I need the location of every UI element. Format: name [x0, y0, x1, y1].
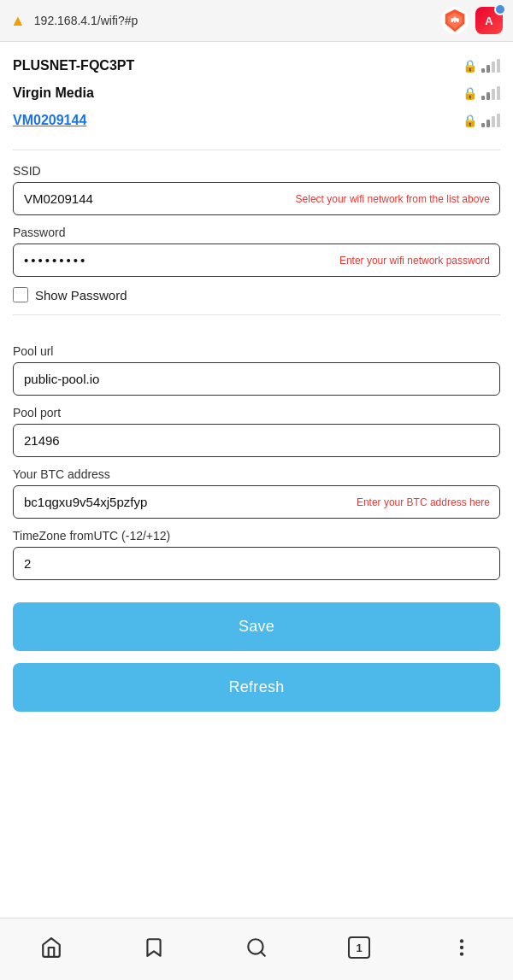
svg-point-8	[460, 952, 463, 955]
nav-home[interactable]	[32, 929, 70, 966]
ssid-label: SSID	[13, 164, 500, 178]
timezone-input[interactable]	[13, 547, 500, 580]
svg-rect-2	[451, 18, 453, 22]
network-name-3[interactable]: VM0209144	[13, 113, 86, 128]
lock-icon-3: 🔒	[463, 114, 477, 127]
network-name-1: PLUSNET-FQC3PT	[13, 58, 134, 73]
signal-bars-2	[481, 86, 500, 100]
nav-tabs[interactable]: 1	[340, 929, 378, 966]
network-icons-3: 🔒	[463, 114, 500, 127]
lock-icon-2: 🔒	[463, 86, 477, 100]
btc-address-group: Your BTC address Enter your BTC address …	[13, 467, 500, 519]
timezone-label: TimeZone fromUTC (-12/+12)	[13, 529, 500, 543]
password-label: Password	[13, 226, 500, 239]
nav-bookmark[interactable]	[135, 929, 173, 966]
brave-icon[interactable]	[441, 7, 469, 34]
tab-count-badge: 1	[348, 936, 370, 959]
browser-bar: ▲ 192.168.4.1/wifi?#p A	[0, 0, 513, 42]
show-password-row[interactable]: Show Password	[13, 287, 500, 302]
network-item-1[interactable]: PLUSNET-FQC3PT 🔒	[13, 52, 500, 79]
section-divider-2	[13, 314, 500, 315]
btc-address-input[interactable]	[13, 485, 500, 519]
timezone-group: TimeZone fromUTC (-12/+12)	[13, 529, 500, 580]
network-name-2: Virgin Media	[13, 85, 94, 101]
svg-rect-3	[457, 18, 459, 22]
network-icons-2: 🔒	[463, 86, 500, 100]
signal-bars-3	[481, 114, 500, 127]
pool-port-input[interactable]	[13, 424, 500, 457]
network-item-2[interactable]: Virgin Media 🔒	[13, 79, 500, 107]
network-item-3[interactable]: VM0209144 🔒	[13, 107, 500, 134]
nav-more[interactable]	[443, 929, 481, 966]
refresh-button[interactable]: Refresh	[13, 663, 500, 712]
network-icons-1: 🔒	[463, 59, 500, 73]
network-list: PLUSNET-FQC3PT 🔒 Virgin Media 🔒 VM020914…	[13, 52, 500, 134]
nav-search[interactable]	[238, 929, 275, 966]
save-button[interactable]: Save	[13, 602, 500, 651]
show-password-label[interactable]: Show Password	[35, 288, 127, 302]
pool-url-input[interactable]	[13, 362, 500, 396]
btc-address-label: Your BTC address	[13, 467, 500, 481]
page-content: PLUSNET-FQC3PT 🔒 Virgin Media 🔒 VM020914…	[0, 42, 513, 918]
pool-port-label: Pool port	[13, 406, 500, 420]
pool-port-group: Pool port	[13, 406, 500, 457]
ssid-input-wrapper: Select your wifi network from the list a…	[13, 182, 500, 215]
address-bar[interactable]: 192.168.4.1/wifi?#p	[34, 14, 433, 27]
svg-point-7	[460, 946, 463, 949]
ssid-input[interactable]	[13, 182, 500, 215]
btc-address-input-wrapper: Enter your BTC address here	[13, 485, 500, 519]
pool-url-label: Pool url	[13, 344, 500, 358]
lock-icon-1: 🔒	[463, 59, 477, 73]
show-password-checkbox[interactable]	[13, 287, 28, 302]
pool-url-group: Pool url	[13, 344, 500, 396]
acrobat-icon[interactable]: A	[475, 7, 503, 34]
bottom-nav: 1	[0, 918, 513, 980]
section-divider-1	[13, 150, 500, 150]
password-group: Password Enter your wifi network passwor…	[13, 226, 500, 277]
svg-point-6	[460, 939, 463, 942]
warning-icon: ▲	[10, 12, 26, 30]
password-input[interactable]	[13, 244, 500, 277]
password-input-wrapper: Enter your wifi network password	[13, 244, 500, 277]
browser-icons: A	[441, 7, 503, 34]
svg-line-5	[261, 952, 265, 956]
ssid-group: SSID Select your wifi network from the l…	[13, 164, 500, 215]
signal-bars-1	[481, 59, 500, 73]
